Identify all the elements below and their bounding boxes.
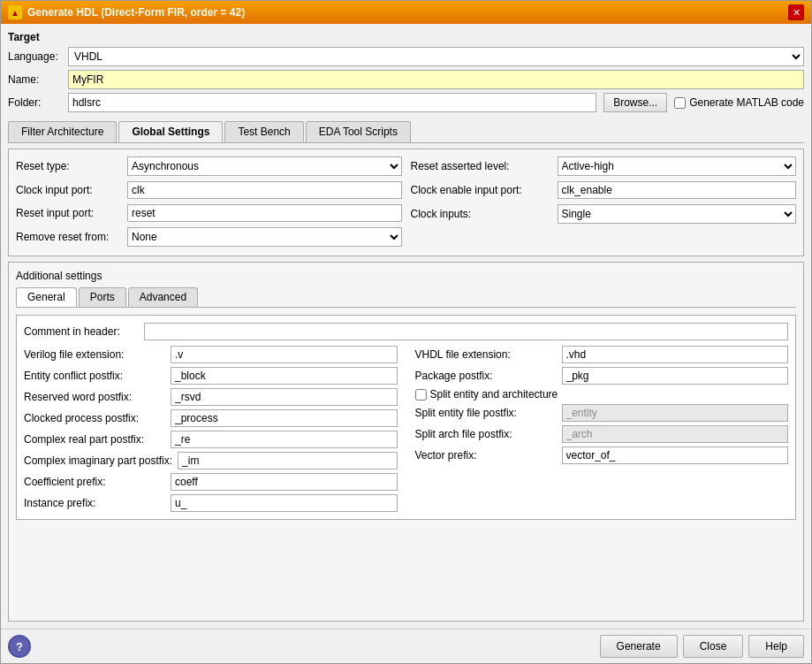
inner-tab-general[interactable]: General [16, 287, 77, 307]
package-postfix-row: Package postfix: [415, 367, 789, 385]
tab-test-bench[interactable]: Test Bench [224, 121, 303, 142]
split-entity-checkbox[interactable] [415, 389, 427, 401]
reserved-word-label: Reserved word postfix: [24, 391, 165, 403]
settings-left-col: Reset type: Asynchronous Synchronous Non… [16, 156, 402, 248]
reset-asserted-row: Reset asserted level: Active-high Active… [411, 156, 797, 176]
clock-inputs-label: Clock inputs: [411, 208, 552, 220]
vhdl-ext-row: VHDL file extension: [415, 346, 789, 363]
app-icon: ▲ [8, 5, 22, 19]
comment-input[interactable] [144, 323, 788, 340]
split-entity-row: Split entity and architecture [415, 388, 789, 401]
help-button[interactable]: Help [748, 635, 804, 658]
inner-tab-advanced[interactable]: Advanced [128, 287, 198, 307]
split-entity-file-input[interactable] [562, 404, 789, 422]
name-label: Name: [8, 73, 61, 86]
reset-input-row: Reset input port: [16, 204, 402, 222]
remove-reset-select[interactable]: None Registers [127, 227, 402, 247]
split-arch-input[interactable] [562, 425, 789, 443]
global-settings-panel: Reset type: Asynchronous Synchronous Non… [8, 149, 804, 256]
title-bar: ▲ Generate HDL (Direct-Form FIR, order =… [1, 1, 811, 24]
bottom-right-buttons: Generate Close Help [600, 635, 804, 658]
target-label: Target [8, 31, 804, 43]
reset-input-field[interactable] [127, 204, 402, 222]
verilog-ext-label: Verilog file extension: [24, 348, 165, 361]
reset-asserted-select[interactable]: Active-high Active-low [558, 156, 797, 176]
general-tab-content: Comment in header: Verilog file extensio… [16, 315, 796, 520]
complex-imag-label: Complex imaginary part postfix: [24, 454, 172, 467]
additional-settings-box: Additional settings General Ports Advanc… [8, 262, 804, 622]
clocked-process-input[interactable] [171, 409, 398, 427]
clock-inputs-select[interactable]: Single Multiple [558, 204, 797, 224]
coeff-prefix-label: Coefficient prefix: [24, 476, 165, 488]
folder-input[interactable] [68, 93, 596, 112]
package-postfix-label: Package postfix: [415, 370, 557, 382]
folder-label: Folder: [8, 96, 61, 109]
help-icon-button[interactable]: ? [8, 635, 31, 658]
name-row: Name: [8, 70, 804, 89]
verilog-ext-row: Verilog file extension: [24, 346, 398, 363]
browse-button[interactable]: Browse... [603, 93, 667, 112]
folder-row: Folder: Browse... Generate MATLAB code [8, 93, 804, 112]
settings-two-col: Reset type: Asynchronous Synchronous Non… [16, 156, 796, 248]
name-input[interactable] [68, 70, 804, 89]
main-tab-bar: Filter Architecture Global Settings Test… [8, 121, 804, 143]
close-window-button[interactable]: ✕ [788, 4, 804, 20]
target-section: Target Language: VHDL Verilog Name: Fold… [8, 31, 804, 116]
generate-matlab-label: Generate MATLAB code [674, 96, 804, 109]
title-bar-left: ▲ Generate HDL (Direct-Form FIR, order =… [8, 5, 245, 19]
clock-input-field[interactable] [127, 181, 402, 199]
reserved-word-row: Reserved word postfix: [24, 388, 398, 406]
language-label: Language: [8, 50, 61, 63]
vector-prefix-input[interactable] [562, 446, 789, 464]
coeff-prefix-input[interactable] [171, 473, 398, 491]
clocked-process-label: Clocked process postfix: [24, 412, 165, 424]
complex-imag-row: Complex imaginary part postfix: [24, 452, 398, 469]
general-left-col: Verilog file extension: Entity conflict … [24, 346, 398, 512]
reset-input-label: Reset input port: [16, 207, 122, 219]
comment-label: Comment in header: [24, 325, 139, 338]
split-entity-file-label: Split entity file postfix: [415, 407, 557, 419]
close-button[interactable]: Close [683, 635, 744, 658]
language-row: Language: VHDL Verilog [8, 47, 804, 66]
complex-real-row: Complex real part postfix: [24, 431, 398, 448]
package-postfix-input[interactable] [562, 367, 789, 385]
reserved-word-input[interactable] [171, 388, 398, 406]
entity-conflict-input[interactable] [171, 367, 398, 385]
verilog-ext-input[interactable] [171, 346, 398, 363]
reset-type-select[interactable]: Asynchronous Synchronous None [127, 156, 402, 176]
bottom-bar: ? Generate Close Help [1, 629, 811, 663]
clock-input-row: Clock input port: [16, 181, 402, 199]
clock-inputs-row: Clock inputs: Single Multiple [411, 204, 797, 224]
entity-conflict-label: Entity conflict postfix: [24, 370, 165, 382]
tab-eda-tool-scripts[interactable]: EDA Tool Scripts [306, 121, 411, 142]
clock-enable-field[interactable] [558, 181, 797, 199]
split-arch-row: Split arch file postfix: [415, 425, 789, 443]
split-entity-text: Split entity and architecture [430, 388, 558, 401]
main-window: ▲ Generate HDL (Direct-Form FIR, order =… [0, 0, 812, 664]
entity-conflict-row: Entity conflict postfix: [24, 367, 398, 385]
clock-enable-label: Clock enable input port: [411, 184, 552, 196]
instance-prefix-input[interactable] [171, 494, 398, 512]
complex-imag-input[interactable] [178, 452, 397, 469]
vhdl-ext-input[interactable] [562, 346, 789, 363]
vector-prefix-row: Vector prefix: [415, 446, 789, 464]
language-select[interactable]: VHDL Verilog [68, 47, 804, 66]
remove-reset-label: Remove reset from: [16, 231, 122, 243]
complex-real-label: Complex real part postfix: [24, 433, 165, 446]
instance-prefix-label: Instance prefix: [24, 497, 165, 509]
split-entity-file-row: Split entity file postfix: [415, 404, 789, 422]
tab-filter-architecture[interactable]: Filter Architecture [8, 121, 117, 142]
clock-enable-row: Clock enable input port: [411, 181, 797, 199]
complex-real-input[interactable] [171, 431, 398, 448]
generate-button[interactable]: Generate [600, 635, 678, 658]
split-entity-checkbox-label: Split entity and architecture [415, 388, 558, 401]
tab-global-settings[interactable]: Global Settings [118, 121, 223, 142]
additional-title: Additional settings [16, 270, 796, 282]
comment-header-row: Comment in header: [24, 323, 788, 340]
window-title: Generate HDL (Direct-Form FIR, order = 4… [27, 6, 245, 19]
reset-asserted-label: Reset asserted level: [411, 160, 552, 172]
generate-matlab-checkbox[interactable] [674, 97, 686, 109]
coeff-prefix-row: Coefficient prefix: [24, 473, 398, 491]
vhdl-ext-label: VHDL file extension: [415, 348, 557, 361]
inner-tab-ports[interactable]: Ports [79, 287, 126, 307]
